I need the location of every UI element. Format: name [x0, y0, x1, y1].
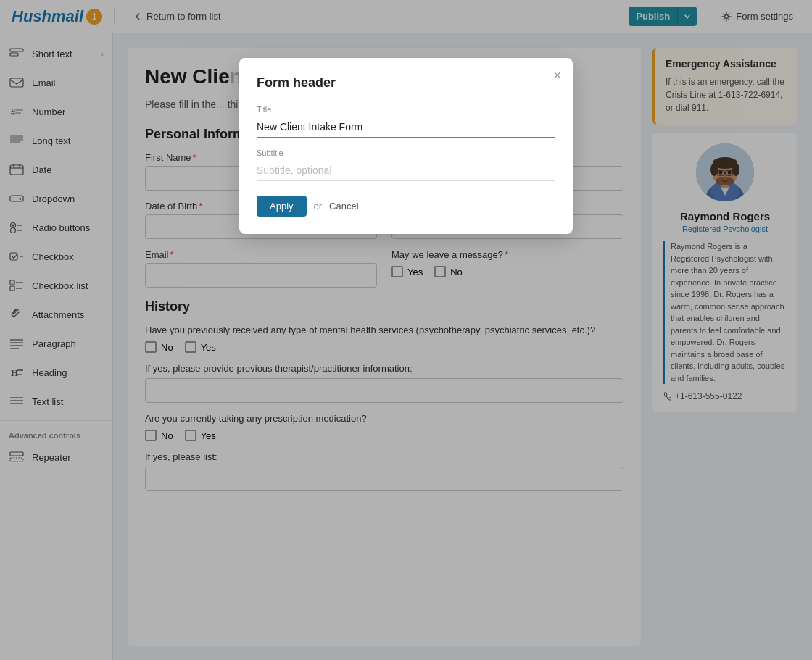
modal-title-input[interactable]	[257, 117, 555, 138]
modal-or-text: or	[314, 201, 323, 212]
modal-overlay[interactable]: Form header × Title Subtitle Apply or Ca…	[0, 0, 812, 660]
modal-subtitle-input[interactable]	[257, 160, 555, 181]
modal-subtitle-label: Subtitle	[257, 149, 555, 157]
modal-subtitle-field: Subtitle	[257, 149, 555, 181]
modal-title-field: Title	[257, 105, 555, 138]
modal-close-button[interactable]: ×	[553, 68, 561, 83]
modal-title: Form header	[257, 75, 555, 91]
modal-actions: Apply or Cancel	[257, 196, 555, 217]
modal-cancel-button[interactable]: Cancel	[329, 201, 358, 212]
form-header-modal: Form header × Title Subtitle Apply or Ca…	[239, 58, 573, 234]
modal-apply-button[interactable]: Apply	[257, 196, 307, 217]
modal-title-label: Title	[257, 105, 555, 114]
